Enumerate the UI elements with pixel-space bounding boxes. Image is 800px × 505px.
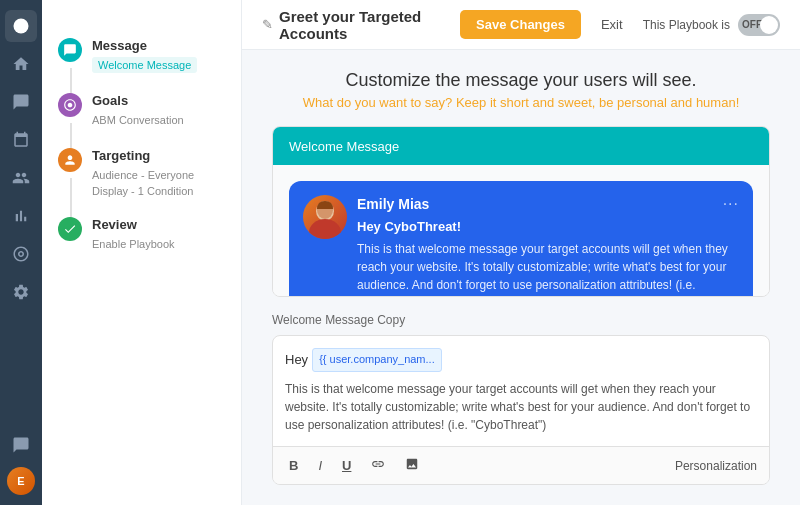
message-toolbar: B I U Personalization (273, 446, 769, 484)
preview-card-body: Emily Mias ··· Hey CyboThreat! This is t… (273, 165, 769, 297)
message-editor-body[interactable]: Hey {{ user.company_nam... This is that … (273, 336, 769, 446)
chat-bubble: Emily Mias ··· Hey CyboThreat! This is t… (289, 181, 753, 297)
step-item-message[interactable]: Message Welcome Message (42, 28, 241, 83)
chat-name-row: Emily Mias ··· (357, 195, 739, 213)
step-sub-review: Enable Playbook (92, 238, 175, 250)
sidebar-icon-chat-bottom[interactable] (5, 429, 37, 461)
subheading-text: What do you want to say? Keep it short a… (272, 95, 770, 110)
step-content-targeting: Targeting Audience - Everyone Display - … (92, 148, 225, 197)
hey-prefix: Hey (285, 350, 308, 371)
sidebar-icon-chart[interactable] (5, 200, 37, 232)
content-heading: Customize the message your users will se… (272, 70, 770, 110)
step-sub-targeting-2: Display - 1 Condition (92, 185, 225, 197)
sidebar-icon-home[interactable] (5, 48, 37, 80)
exit-button[interactable]: Exit (593, 10, 631, 39)
top-bar: ✎ Greet your Targeted Accounts Save Chan… (242, 0, 800, 50)
chat-content: Emily Mias ··· Hey CyboThreat! This is t… (357, 195, 739, 297)
step-content-goals: Goals ABM Conversation (92, 93, 225, 128)
personalization-button[interactable]: Personalization (675, 459, 757, 473)
step-sub-goals: ABM Conversation (92, 114, 184, 126)
main-content: ✎ Greet your Targeted Accounts Save Chan… (242, 0, 800, 505)
step-name-review: Review (92, 217, 225, 232)
step-sub-targeting-1: Audience - Everyone (92, 169, 194, 181)
message-editor: Hey {{ user.company_nam... This is that … (272, 335, 770, 485)
playbook-toggle: This Playbook is OFF (643, 14, 780, 36)
top-bar-title: ✎ Greet your Targeted Accounts (262, 8, 448, 42)
agent-avatar (303, 195, 347, 239)
section-label: Welcome Message Copy (272, 313, 770, 327)
italic-button[interactable]: I (314, 456, 326, 475)
preview-header-label: Welcome Message (289, 139, 399, 154)
step-circle-goals (58, 93, 82, 117)
sidebar-icon-chat[interactable] (5, 86, 37, 118)
chat-options-icon[interactable]: ··· (723, 195, 739, 213)
save-button[interactable]: Save Changes (460, 10, 581, 39)
step-sub-message[interactable]: Welcome Message (92, 57, 197, 73)
steps-panel-header (42, 16, 241, 28)
step-circle-targeting (58, 148, 82, 172)
editor-body-text: This is that welcome message your target… (285, 380, 757, 434)
sidebar: E (0, 0, 42, 505)
link-button[interactable] (367, 455, 389, 476)
heading-text: Customize the message your users will se… (272, 70, 770, 91)
chat-greeting: Hey CyboThreat! (357, 219, 739, 234)
personalization-tag[interactable]: {{ user.company_nam... (312, 348, 442, 372)
image-button[interactable] (401, 455, 423, 476)
step-circle-review (58, 217, 82, 241)
svg-point-0 (14, 19, 29, 34)
sidebar-icon-users[interactable] (5, 162, 37, 194)
step-name-targeting: Targeting (92, 148, 225, 163)
preview-card-header: Welcome Message (273, 127, 769, 165)
step-name-message: Message (92, 38, 225, 53)
sidebar-icon-logo[interactable] (5, 10, 37, 42)
sidebar-icon-target[interactable] (5, 238, 37, 270)
toggle-label: OFF (742, 19, 762, 30)
sidebar-bottom: E (5, 429, 37, 505)
pencil-icon: ✎ (262, 17, 273, 32)
content-area: Customize the message your users will se… (242, 50, 800, 505)
playbook-label: This Playbook is (643, 18, 730, 32)
toggle-switch[interactable]: OFF (738, 14, 780, 36)
svg-point-2 (309, 219, 341, 239)
sidebar-icon-settings[interactable] (5, 276, 37, 308)
avatar[interactable]: E (7, 467, 35, 495)
preview-card: Welcome Message Emily Mias (272, 126, 770, 297)
step-item-review[interactable]: Review Enable Playbook (42, 207, 241, 262)
step-circle-message (58, 38, 82, 62)
step-item-targeting[interactable]: Targeting Audience - Everyone Display - … (42, 138, 241, 207)
steps-panel: Message Welcome Message Goals ABM Conver… (42, 0, 242, 505)
hey-line: Hey {{ user.company_nam... (285, 348, 757, 372)
chat-body: This is that welcome message your target… (357, 240, 739, 297)
sidebar-icon-calendar[interactable] (5, 124, 37, 156)
underline-button[interactable]: U (338, 456, 355, 475)
message-copy-section: Welcome Message Copy Hey {{ user.company… (272, 313, 770, 485)
step-name-goals: Goals (92, 93, 225, 108)
bold-button[interactable]: B (285, 456, 302, 475)
agent-name: Emily Mias (357, 196, 429, 212)
step-content-review: Review Enable Playbook (92, 217, 225, 252)
step-item-goals[interactable]: Goals ABM Conversation (42, 83, 241, 138)
step-content-message: Message Welcome Message (92, 38, 225, 73)
page-title: Greet your Targeted Accounts (279, 8, 448, 42)
